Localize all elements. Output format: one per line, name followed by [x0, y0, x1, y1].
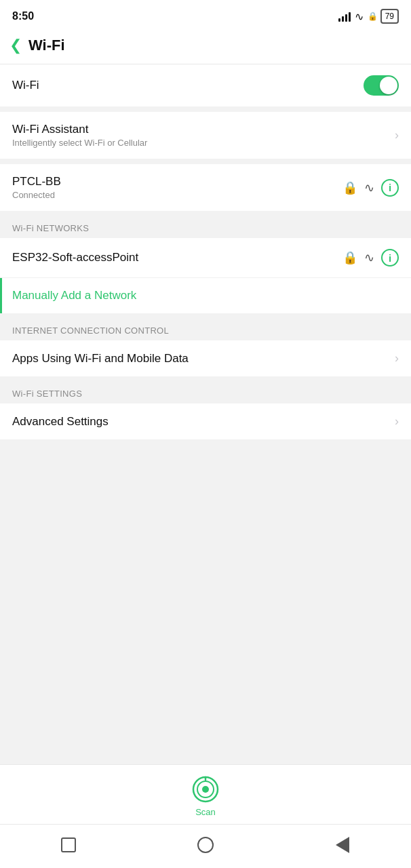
back-button[interactable]: ❮ — [9, 38, 22, 53]
toggle-knob — [380, 77, 397, 94]
home-button[interactable] — [195, 834, 216, 856]
internet-control-section: Apps Using Wi-Fi and Mobile Data › — [0, 340, 411, 376]
battery-area: 🔒 79 — [368, 9, 399, 24]
triangle-icon — [336, 837, 349, 853]
status-bar: 8:50 ∿ 🔒 79 — [0, 0, 411, 30]
scan-bar: Scan — [0, 764, 411, 824]
chevron-right-icon: › — [395, 128, 399, 142]
wifi-assistant-content: Wi-Fi Assistant Intelligently select Wi-… — [12, 123, 147, 148]
connected-network-status: Connected — [12, 190, 61, 200]
apps-wifi-mobile-label: Apps Using Wi-Fi and Mobile Data — [12, 352, 189, 366]
page-title: Wi-Fi — [28, 37, 65, 54]
status-time: 8:50 — [12, 10, 34, 22]
scan-icon — [191, 774, 220, 804]
signal-bars-icon — [338, 11, 351, 22]
advanced-settings-label: Advanced Settings — [12, 415, 109, 429]
esp32-network-name: ESP32-Soft-accessPoint — [12, 251, 138, 264]
header: ❮ Wi-Fi — [0, 30, 411, 64]
esp32-network-icons: 🔒 ∿ i — [342, 249, 399, 267]
wifi-toggle-section: Wi-Fi — [0, 64, 411, 106]
wifi-toggle-label: Wi-Fi — [12, 79, 39, 92]
back-nav-button[interactable] — [332, 834, 353, 856]
network-lock-icon: 🔒 — [342, 180, 357, 195]
wifi-status-icon: ∿ — [355, 10, 364, 23]
connected-network-name: PTCL-BB — [12, 175, 61, 189]
connected-network-content: PTCL-BB Connected — [12, 175, 61, 200]
wifi-networks-section-header: Wi-Fi NETWORKS — [0, 216, 411, 238]
connected-network-row[interactable]: PTCL-BB Connected 🔒 ∿ i — [0, 164, 411, 211]
network-wifi-icon: ∿ — [364, 180, 374, 195]
network-info-icon[interactable]: i — [381, 179, 399, 197]
esp32-lock-icon: 🔒 — [342, 250, 357, 265]
battery-badge: 79 — [380, 9, 399, 24]
status-icons: ∿ 🔒 79 — [338, 9, 399, 24]
advanced-settings-chevron-icon: › — [395, 414, 399, 429]
apps-wifi-chevron-icon: › — [395, 351, 399, 366]
empty-area — [0, 445, 411, 764]
available-networks-section: ESP32-Soft-accessPoint 🔒 ∿ i Manually Ad… — [0, 238, 411, 313]
wifi-assistant-title: Wi-Fi Assistant — [12, 123, 147, 136]
esp32-wifi-icon: ∿ — [364, 250, 374, 265]
wifi-assistant-subtitle: Intelligently select Wi-Fi or Cellular — [12, 138, 147, 148]
manually-add-label: Manually Add a Network — [12, 289, 136, 302]
connected-network-section: PTCL-BB Connected 🔒 ∿ i — [0, 164, 411, 211]
nav-bar — [0, 824, 411, 868]
internet-control-section-header: INTERNET CONNECTION CONTROL — [0, 319, 411, 340]
apps-wifi-mobile-row[interactable]: Apps Using Wi-Fi and Mobile Data › — [0, 340, 411, 376]
advanced-settings-row[interactable]: Advanced Settings › — [0, 403, 411, 439]
lock-status-icon: 🔒 — [368, 12, 378, 21]
wifi-toggle[interactable] — [364, 75, 399, 96]
wifi-settings-section-header: Wi-Fi SETTINGS — [0, 382, 411, 403]
scan-button[interactable]: Scan — [191, 774, 220, 817]
esp32-network-row[interactable]: ESP32-Soft-accessPoint 🔒 ∿ i — [0, 238, 411, 278]
scan-label: Scan — [195, 807, 216, 817]
wifi-assistant-row[interactable]: Wi-Fi Assistant Intelligently select Wi-… — [0, 112, 411, 159]
wifi-toggle-row: Wi-Fi — [0, 64, 411, 106]
connected-network-icons: 🔒 ∿ i — [342, 179, 399, 197]
esp32-info-icon[interactable]: i — [381, 249, 399, 267]
wifi-networks-header-label: Wi-Fi NETWORKS — [12, 223, 89, 233]
wifi-assistant-section: Wi-Fi Assistant Intelligently select Wi-… — [0, 112, 411, 159]
circle-icon — [197, 837, 214, 853]
wifi-settings-header-label: Wi-Fi SETTINGS — [12, 389, 82, 399]
recent-apps-button[interactable] — [58, 834, 79, 856]
svg-point-2 — [202, 786, 209, 793]
wifi-settings-section: Advanced Settings › — [0, 403, 411, 439]
manually-add-row[interactable]: Manually Add a Network — [0, 278, 411, 313]
internet-control-header-label: INTERNET CONNECTION CONTROL — [12, 326, 169, 336]
square-icon — [61, 837, 76, 852]
